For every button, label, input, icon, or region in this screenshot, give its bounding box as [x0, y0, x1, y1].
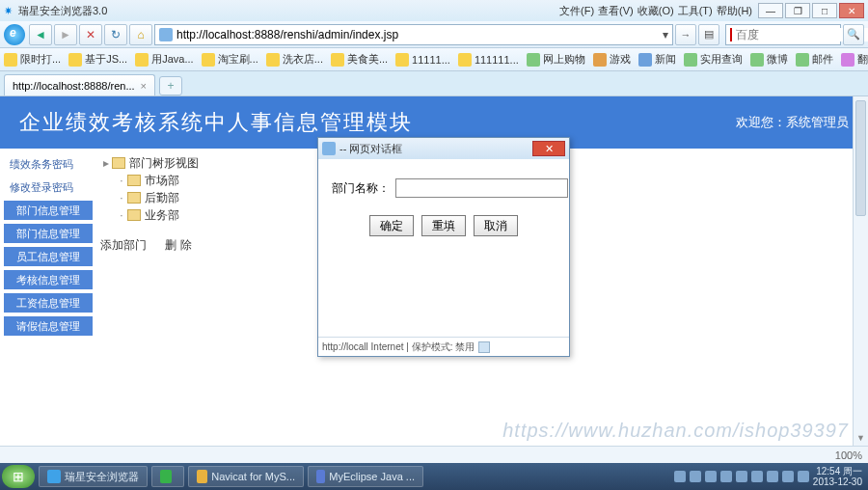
dialog-titlebar[interactable]: -- 网页对话框 ✕ — [318, 138, 569, 159]
window-close[interactable]: ✕ — [839, 3, 864, 18]
nav-home[interactable]: ⌂ — [129, 24, 152, 45]
tray-icon[interactable] — [720, 471, 732, 482]
quicklink-weibo[interactable]: 微博 — [750, 52, 788, 67]
department-tree: ▸ 部门树形视图 ·市场部 ·后勤部 ·业务部 添加部门 删 除 — [96, 149, 299, 478]
ie-icon — [47, 470, 61, 483]
dept-name-input[interactable] — [395, 178, 568, 198]
bookmark-item[interactable]: 基于JS... — [68, 52, 127, 67]
scroll-thumb[interactable] — [855, 100, 866, 216]
sidebar-item[interactable]: 部门信息管理 — [4, 201, 93, 220]
menu-fav[interactable]: 收藏(O) — [637, 4, 674, 18]
quicklink-translate[interactable]: 翻译 — [841, 52, 868, 67]
task-item[interactable]: MyEclipse Java ... — [308, 466, 423, 487]
add-department-link[interactable]: 添加部门 — [100, 238, 147, 252]
browser-tab[interactable]: http://localhost:8888/ren... × — [4, 74, 155, 95]
tray-icon[interactable] — [736, 471, 747, 482]
tab-close-icon[interactable]: × — [141, 80, 147, 92]
window-max[interactable]: □ — [812, 3, 837, 18]
nav-reload[interactable]: ↻ — [104, 24, 127, 45]
bookmark-item[interactable]: 美食美... — [331, 52, 388, 67]
dialog-close-button[interactable]: ✕ — [532, 141, 565, 156]
nav-forward[interactable]: ► — [54, 24, 77, 45]
delete-department-link[interactable]: 删 除 — [165, 238, 191, 252]
sidebar-item[interactable]: 修改登录密码 — [4, 177, 93, 197]
search-go[interactable]: 🔍 — [843, 24, 864, 45]
bookmark-item[interactable]: 用Java... — [135, 52, 193, 67]
start-button[interactable]: ⊞ — [2, 465, 35, 488]
vertical-scrollbar[interactable]: ▲ ▼ — [853, 96, 868, 446]
cancel-button[interactable]: 取消 — [474, 215, 518, 236]
scroll-down-icon[interactable]: ▼ — [854, 430, 868, 446]
site-favicon-icon — [159, 28, 173, 41]
nav-go[interactable]: → — [675, 24, 696, 45]
tab-bar: http://localhost:8888/ren... × + — [0, 71, 868, 96]
ok-button[interactable]: 确定 — [369, 215, 414, 236]
browser-logo-icon — [4, 24, 25, 45]
sidebar-item[interactable]: 绩效条务密码 — [4, 154, 93, 174]
quicklink-game[interactable]: 游戏 — [593, 52, 631, 67]
sidebar-item[interactable]: 部门信息管理 — [4, 224, 93, 243]
sidebar-item[interactable]: 请假信息管理 — [4, 316, 93, 336]
system-tray[interactable]: 12:54 周一 2013-12-30 — [674, 466, 866, 487]
browser-navbar: ◄ ► ✕ ↻ ⌂ ▾ → ▤ 🔍 — [0, 21, 868, 48]
dialog-body: 部门名称： 确定 重填 取消 — [318, 159, 569, 337]
browser-statusbar: 100% — [0, 446, 868, 463]
menu-view[interactable]: 查看(V) — [598, 4, 634, 18]
reset-button[interactable]: 重填 — [421, 215, 466, 236]
bookmark-icon — [68, 53, 82, 67]
tray-icon[interactable] — [767, 471, 778, 482]
dialog-status-text: http://locall Internet | 保护模式: 禁用 — [322, 340, 475, 354]
bookmark-item[interactable]: 限时打... — [4, 52, 61, 67]
window-min[interactable]: — — [758, 3, 783, 18]
bookmark-item[interactable]: 淘宝刷... — [202, 52, 258, 67]
tree-node[interactable]: ·市场部 — [100, 172, 295, 189]
bookmark-item[interactable]: 111111... — [458, 53, 519, 67]
bookmark-item[interactable]: 洗衣店... — [266, 52, 323, 67]
quicklink-shopping[interactable]: 网上购物 — [527, 52, 585, 67]
quicklink-news[interactable]: 新闻 — [638, 52, 676, 67]
address-dropdown-icon[interactable]: ▾ — [663, 28, 668, 41]
clock-date: 2013-12-30 — [813, 476, 862, 487]
dialog-title: -- 网页对话框 — [339, 142, 402, 156]
quicklink-search[interactable]: 实用查询 — [684, 52, 743, 67]
task-item[interactable]: 瑞星安全浏览器 — [39, 466, 148, 487]
leaf-icon: · — [116, 191, 127, 204]
sidebar-item[interactable]: 考核信息管理 — [4, 270, 93, 289]
tray-icon[interactable] — [674, 471, 686, 482]
address-input[interactable] — [176, 28, 663, 41]
menu-help[interactable]: 帮助(H) — [717, 4, 752, 18]
tree-root[interactable]: ▸ 部门树形视图 — [100, 154, 295, 172]
bookmark-item[interactable]: 11111... — [395, 53, 450, 67]
dialog-icon — [322, 142, 336, 155]
nav-extra-1[interactable]: ▤ — [698, 24, 719, 45]
baidu-icon — [730, 28, 732, 41]
tab-label: http://localhost:8888/ren... — [13, 80, 135, 92]
menu-tools[interactable]: 工具(T) — [678, 4, 713, 18]
window-restore[interactable]: ❐ — [785, 3, 810, 18]
tray-icon[interactable] — [690, 471, 701, 482]
zoom-level[interactable]: 100% — [835, 449, 862, 461]
window-title: 瑞星安全浏览器3.0 — [18, 4, 107, 18]
tree-node[interactable]: ·业务部 — [100, 206, 295, 224]
task-item[interactable]: Navicat for MyS... — [188, 466, 304, 487]
search-box[interactable] — [725, 24, 841, 45]
quicklink-mail[interactable]: 邮件 — [796, 52, 833, 67]
eclipse-icon — [316, 470, 325, 483]
new-tab-button[interactable]: + — [159, 76, 182, 95]
tray-icon[interactable] — [798, 471, 809, 482]
tray-icon[interactable] — [782, 471, 794, 482]
sidebar-item[interactable]: 员工信息管理 — [4, 247, 93, 266]
translate-icon — [841, 53, 854, 67]
task-item[interactable] — [151, 466, 184, 487]
expand-icon[interactable]: ▸ — [100, 156, 112, 170]
taskbar-clock[interactable]: 12:54 周一 2013-12-30 — [813, 466, 862, 487]
tree-node[interactable]: ·后勤部 — [100, 189, 295, 206]
nav-back[interactable]: ◄ — [29, 24, 52, 45]
tray-icon[interactable] — [705, 471, 717, 482]
menu-file[interactable]: 文件(F) — [559, 4, 594, 18]
tray-icon[interactable] — [751, 471, 763, 482]
address-bar[interactable]: ▾ — [154, 24, 673, 45]
nav-stop[interactable]: ✕ — [79, 24, 102, 45]
bookmark-icon — [266, 53, 280, 67]
sidebar-item[interactable]: 工资信息管理 — [4, 293, 93, 313]
